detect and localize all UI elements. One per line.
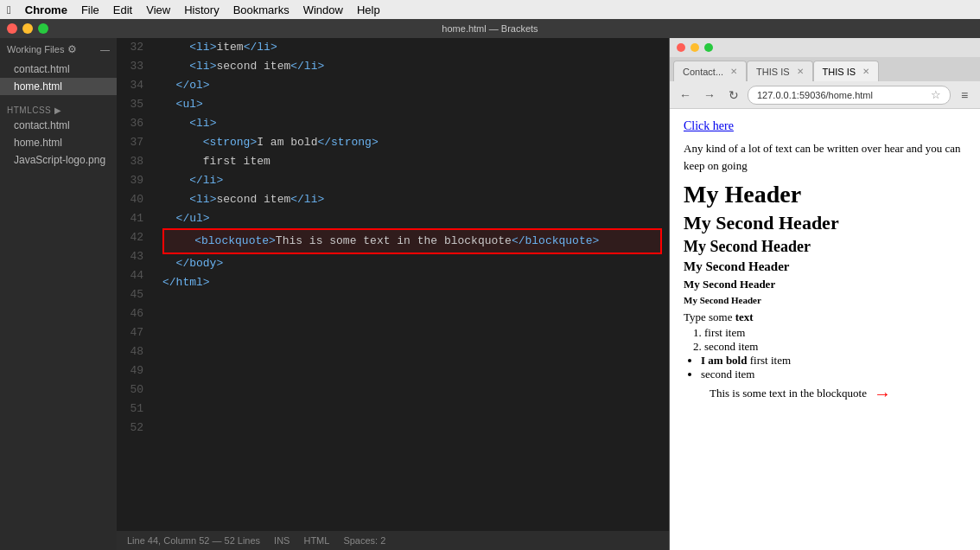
code-line[interactable]: <blockquote>This is some text in the blo… <box>162 228 662 254</box>
line-number: 43 <box>117 247 149 266</box>
language-mode[interactable]: HTML <box>303 535 329 546</box>
sidebar-item-home-html[interactable]: home.html <box>0 78 117 95</box>
browser-blockquote: This is some text in the blockquote <box>710 387 867 400</box>
code-line[interactable]: <li>second item</li> <box>162 190 662 209</box>
code-line[interactable]: </html> <box>162 273 662 292</box>
sidebar-item-home[interactable]: home.html <box>0 134 117 151</box>
line-number: 36 <box>117 114 149 133</box>
line-number: 37 <box>117 133 149 152</box>
browser-ol: first item second item <box>704 326 966 354</box>
line-number: 33 <box>117 57 149 76</box>
browser-tab-contact[interactable]: Contact... ✕ <box>673 61 747 81</box>
browser-paragraph: Any kind of a lot of text can be written… <box>684 140 966 174</box>
sidebar-item-jslogo[interactable]: JavaScript-logo.png <box>0 151 117 169</box>
htmlcss-label[interactable]: htmlcss ▶ <box>0 102 117 117</box>
tab-close-this2[interactable]: ✕ <box>862 67 869 76</box>
bookmark-icon[interactable]: ☆ <box>931 88 941 101</box>
app-body: Working Files ⚙ — contact.html home.html… <box>0 38 980 550</box>
ul-item-2: second item <box>701 368 966 381</box>
tab-label-this1: THIS IS <box>756 67 790 77</box>
arrow-icon: → <box>874 384 891 404</box>
code-line[interactable]: <li>second item</li> <box>162 57 662 76</box>
line-number: 47 <box>117 323 149 342</box>
menu-history[interactable]: History <box>184 3 219 16</box>
minimize-button[interactable] <box>22 23 33 34</box>
gear-icon[interactable]: ⚙ <box>67 43 77 55</box>
title-bar: home.html — Brackets <box>0 19 980 38</box>
code-line[interactable]: <li> <box>162 114 662 133</box>
browser-maximize[interactable] <box>704 43 713 52</box>
browser-tab-this1[interactable]: THIS IS ✕ <box>747 61 813 81</box>
code-line[interactable]: <strong>I am bold</strong> <box>162 133 662 152</box>
apple-menu[interactable]:  <box>7 3 11 16</box>
sidebar: Working Files ⚙ — contact.html home.html… <box>0 38 117 550</box>
line-number: 40 <box>117 190 149 209</box>
spaces-setting[interactable]: Spaces: 2 <box>343 535 385 546</box>
browser-content: Click here Any kind of a lot of text can… <box>670 109 980 550</box>
line-number: 45 <box>117 285 149 304</box>
browser-h1: My Header <box>684 181 966 208</box>
menu-help[interactable]: Help <box>357 3 380 16</box>
click-here-link[interactable]: Click here <box>684 119 966 133</box>
line-number: 46 <box>117 304 149 323</box>
code-line[interactable]: first item <box>162 152 662 171</box>
sidebar-item-contact[interactable]: contact.html <box>0 117 117 134</box>
browser-tab-this2[interactable]: THIS IS ✕ <box>813 61 880 81</box>
editor-area: 3233343536373839404142434445464748495051… <box>117 38 669 550</box>
browser-minimize[interactable] <box>690 43 699 52</box>
forward-button[interactable]: → <box>699 85 720 106</box>
menu-file[interactable]: File <box>81 3 99 16</box>
browser-nav: ← → ↻ 127.0.0.1:59036/home.html ☆ ≡ <box>670 81 980 109</box>
browser-ul: I am bold first item second item <box>701 354 966 381</box>
line-number: 34 <box>117 76 149 95</box>
sidebar-item-contact-html[interactable]: contact.html <box>0 61 117 78</box>
code-line[interactable]: </body> <box>162 254 662 273</box>
line-number: 50 <box>117 381 149 400</box>
htmlcss-section: htmlcss ▶ contact.html home.html JavaScr… <box>0 102 117 169</box>
line-number: 51 <box>117 400 149 419</box>
code-area[interactable]: <li>item</li> <li>second item</li> </ol>… <box>156 38 669 531</box>
browser-h2-1: My Second Header <box>684 212 966 234</box>
close-button[interactable] <box>7 23 17 34</box>
collapse-icon[interactable]: — <box>100 44 110 54</box>
line-number: 44 <box>117 266 149 285</box>
tab-close-this1[interactable]: ✕ <box>797 67 804 76</box>
menu-bookmarks[interactable]: Bookmarks <box>233 3 290 16</box>
line-number: 38 <box>117 152 149 171</box>
browser-h2-5: My Second Header <box>684 295 966 305</box>
browser-h2-4: My Second Header <box>684 278 966 291</box>
blockquote-row: This is some text in the blockquote → <box>684 381 966 406</box>
code-line[interactable]: </ol> <box>162 76 662 95</box>
code-line[interactable]: </li> <box>162 171 662 190</box>
maximize-button[interactable] <box>38 23 48 34</box>
line-number: 35 <box>117 95 149 114</box>
menu-window[interactable]: Window <box>303 3 343 16</box>
editor-content[interactable]: 3233343536373839404142434445464748495051… <box>117 38 669 531</box>
tab-close-contact[interactable]: ✕ <box>730 67 737 76</box>
code-line[interactable]: </ul> <box>162 209 662 228</box>
working-files-label: Working Files <box>7 44 64 54</box>
code-line[interactable]: <ul> <box>162 95 662 114</box>
cursor-position: Line 44, Column 52 — 52 Lines <box>127 535 260 546</box>
browser-close[interactable] <box>677 43 685 52</box>
ins-mode: INS <box>274 535 290 546</box>
ol-item-2: second item <box>704 340 966 354</box>
line-number: 39 <box>117 171 149 190</box>
tab-label-contact: Contact... <box>683 67 723 77</box>
line-numbers: 3233343536373839404142434445464748495051… <box>117 38 156 531</box>
ol-item-1: first item <box>704 326 966 340</box>
line-number: 52 <box>117 419 149 438</box>
type-some-text: Type some text <box>684 310 966 324</box>
working-files-header: Working Files ⚙ — <box>0 38 117 61</box>
code-line[interactable]: <li>item</li> <box>162 38 662 57</box>
menu-edit[interactable]: Edit <box>113 3 132 16</box>
menu-icon[interactable]: ≡ <box>954 85 975 106</box>
line-number: 32 <box>117 38 149 57</box>
app-name[interactable]: Chrome <box>25 3 67 16</box>
window-title: home.html — Brackets <box>442 23 538 34</box>
back-button[interactable]: ← <box>675 85 696 106</box>
url-text: 127.0.0.1:59036/home.html <box>757 90 873 100</box>
url-bar[interactable]: 127.0.0.1:59036/home.html ☆ <box>748 86 951 105</box>
refresh-button[interactable]: ↻ <box>723 85 744 106</box>
menu-view[interactable]: View <box>146 3 170 16</box>
